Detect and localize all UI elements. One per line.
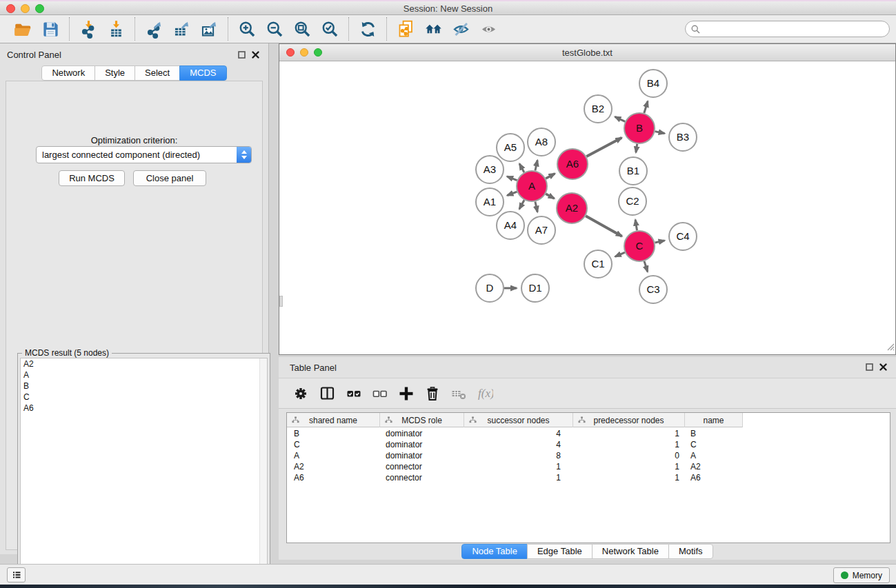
table-cell[interactable]: 1 [464, 472, 573, 483]
zoom-selected-icon[interactable] [316, 17, 344, 41]
node-A[interactable]: A [517, 171, 547, 201]
node-B2[interactable]: B2 [584, 95, 612, 123]
criterion-dropdown[interactable]: largest connected component (directed) [36, 146, 252, 163]
table-cell[interactable]: A [685, 450, 743, 461]
edge-B-B3[interactable] [655, 132, 665, 134]
zoom-fit-icon[interactable] [288, 17, 316, 41]
network-window-title-bar[interactable]: testGlobe.txt [279, 44, 895, 61]
float-panel-icon[interactable] [237, 50, 246, 59]
first-neighbors-icon[interactable] [419, 17, 447, 41]
delete-column-icon[interactable] [419, 382, 446, 405]
table-settings-gear-icon[interactable] [288, 382, 315, 405]
edge-A2-C[interactable] [586, 216, 622, 236]
search-box[interactable] [685, 21, 890, 37]
show-all-icon[interactable] [475, 17, 502, 41]
edge-A6-B[interactable] [586, 138, 621, 156]
edge-C-C3[interactable] [644, 261, 648, 272]
search-input[interactable] [704, 24, 884, 34]
table-row[interactable]: A6connector11A6 [287, 472, 890, 483]
hide-selected-icon[interactable] [447, 17, 475, 41]
node-A8[interactable]: A8 [528, 128, 555, 156]
table-cell[interactable]: A6 [287, 472, 380, 483]
table-cell[interactable]: 8 [464, 450, 573, 461]
table-cell[interactable]: 1 [464, 461, 573, 472]
node-A6[interactable]: A6 [557, 149, 588, 179]
edge-A-A2[interactable] [546, 194, 555, 199]
result-item[interactable]: C [21, 392, 267, 403]
edge-C-C1[interactable] [615, 252, 625, 256]
canvas-scrollbar-stub[interactable] [279, 296, 283, 307]
table-cell[interactable]: 4 [464, 439, 573, 450]
table-cell[interactable]: 1 [573, 461, 685, 472]
table-cell[interactable]: C [685, 439, 743, 450]
node-C1[interactable]: C1 [584, 250, 612, 278]
table-cell[interactable]: A [287, 450, 380, 461]
table-cell[interactable]: dominator [380, 428, 464, 439]
table-cell[interactable]: 1 [573, 439, 685, 450]
close-table-panel-icon[interactable] [879, 363, 888, 372]
edge-A-A8[interactable] [535, 160, 537, 170]
export-image-icon[interactable] [195, 17, 223, 41]
task-history-button[interactable] [7, 567, 26, 582]
network-from-selection-icon[interactable] [392, 17, 419, 41]
node-A4[interactable]: A4 [497, 212, 524, 239]
node-D1[interactable]: D1 [521, 274, 549, 302]
float-table-panel-icon[interactable] [865, 363, 874, 372]
open-session-folder-icon[interactable] [9, 17, 37, 41]
edge-A-A1[interactable] [507, 192, 517, 195]
node-C[interactable]: C [624, 231, 655, 261]
table-cell[interactable]: C [287, 439, 380, 450]
table-tab-motifs[interactable]: Motifs [668, 544, 713, 559]
edge-C-C4[interactable] [655, 241, 665, 243]
table-cell[interactable]: A2 [685, 461, 743, 472]
table-row[interactable]: Bdominator41B [287, 428, 890, 439]
node-C2[interactable]: C2 [619, 187, 646, 215]
table-cell[interactable]: dominator [380, 450, 464, 461]
table-cell[interactable]: 1 [573, 428, 685, 439]
table-cell[interactable]: 0 [573, 450, 685, 461]
node-B3[interactable]: B3 [669, 123, 697, 151]
edge-A-A6[interactable] [546, 174, 555, 179]
table-cell[interactable]: A2 [287, 461, 380, 472]
column-header-predecessor-nodes[interactable]: predecessor nodes [573, 413, 685, 427]
tab-select[interactable]: Select [135, 65, 180, 81]
node-A5[interactable]: A5 [497, 134, 524, 161]
column-layout-icon[interactable] [315, 382, 341, 405]
edge-A-A5[interactable] [519, 164, 524, 172]
node-A1[interactable]: A1 [476, 188, 504, 216]
table-row[interactable]: Cdominator41C [287, 439, 890, 450]
result-item[interactable]: A [21, 369, 267, 381]
add-column-icon[interactable] [393, 382, 419, 405]
table-tab-network-table[interactable]: Network Table [592, 544, 669, 559]
deselect-all-checkboxes-icon[interactable] [367, 382, 393, 405]
import-network-icon[interactable] [74, 17, 102, 41]
export-network-icon[interactable] [140, 17, 168, 41]
zoom-out-icon[interactable] [261, 17, 288, 41]
run-mcds-button[interactable]: Run MCDS [59, 170, 125, 186]
table-cell[interactable]: B [287, 428, 380, 439]
export-table-icon[interactable] [168, 17, 195, 41]
node-C3[interactable]: C3 [639, 276, 667, 303]
result-scrollbar[interactable] [259, 358, 267, 585]
select-all-checkboxes-icon[interactable] [341, 382, 367, 405]
save-session-icon[interactable] [37, 17, 64, 41]
column-header-name[interactable]: name [685, 413, 743, 427]
column-header-successor-nodes[interactable]: successor nodes [464, 413, 573, 427]
column-header-shared-name[interactable]: shared name [287, 413, 380, 427]
edge-B-B4[interactable] [644, 101, 648, 113]
close-panel-button[interactable]: Close panel [133, 170, 206, 186]
table-row[interactable]: A2connector11A2 [287, 461, 890, 472]
refresh-layout-icon[interactable] [354, 17, 381, 41]
table-row[interactable]: Adominator80A [287, 450, 890, 461]
node-A3[interactable]: A3 [476, 156, 504, 183]
table-cell[interactable]: A6 [685, 472, 743, 483]
close-panel-icon[interactable] [251, 50, 260, 59]
result-item[interactable]: A2 [21, 358, 267, 369]
tab-style[interactable]: Style [94, 65, 135, 81]
column-header-MCDS-role[interactable]: MCDS role [380, 413, 464, 427]
edge-B-B2[interactable] [615, 116, 626, 121]
import-table-icon[interactable] [102, 17, 130, 41]
memory-button[interactable]: Memory [833, 567, 890, 583]
edge-A-A7[interactable] [535, 202, 537, 212]
tab-network[interactable]: Network [41, 65, 95, 81]
